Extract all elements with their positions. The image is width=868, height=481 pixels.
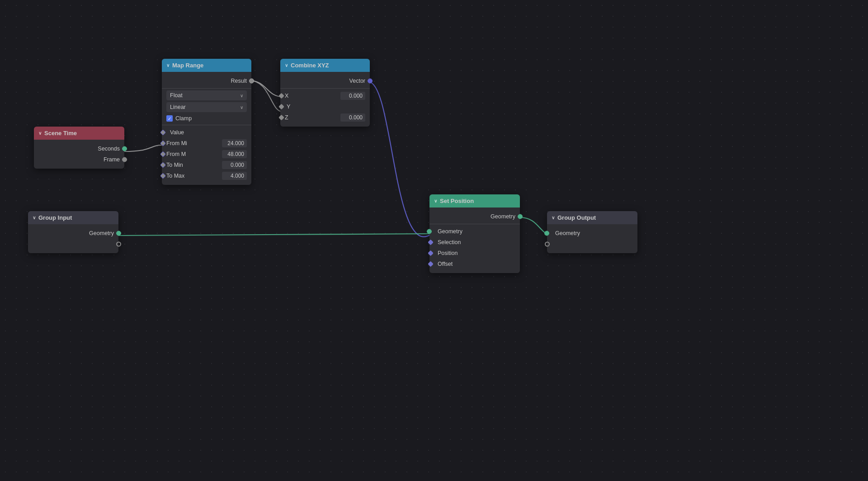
vector-output-row: Vector <box>280 75 370 86</box>
map-range-node: ∨ Map Range Result Float ∨ Linear ∨ ✓ Cl… <box>162 59 251 185</box>
result-socket[interactable] <box>249 79 254 84</box>
collapse-icon-go: ∨ <box>552 215 555 220</box>
geometry-output-row: Geometry <box>28 228 118 239</box>
vector-label: Vector <box>349 78 365 84</box>
geometry-go-row: Geometry <box>547 228 637 239</box>
x-field-row: X 0.000 <box>280 90 370 101</box>
float-label: Float <box>170 92 183 99</box>
geometry-go-label: Geometry <box>555 230 580 236</box>
frame-output-row: Frame <box>34 154 124 165</box>
vector-socket[interactable] <box>368 79 373 84</box>
set-position-title: Set Position <box>440 198 474 204</box>
linear-dropdown[interactable]: Linear ∨ <box>166 102 247 112</box>
result-label: Result <box>231 78 247 84</box>
extra-go-socket[interactable] <box>545 242 550 247</box>
extra-socket-gi[interactable] <box>116 242 121 247</box>
z-label: Z <box>285 114 339 121</box>
y-label: Y <box>287 104 290 110</box>
set-position-node: ∨ Set Position Geometry Geometry Selecti… <box>429 194 520 273</box>
value-socket[interactable] <box>160 130 166 136</box>
to-min-label: To Min <box>166 162 220 168</box>
clamp-checkbox[interactable]: ✓ <box>166 115 173 122</box>
clamp-row: ✓ Clamp <box>162 114 251 123</box>
seconds-output-row: Seconds <box>34 143 124 154</box>
collapse-icon-map: ∨ <box>166 63 170 68</box>
z-value[interactable]: 0.000 <box>340 113 365 122</box>
scene-time-node: ∨ Scene Time Seconds Frame <box>34 127 124 169</box>
group-input-node: ∨ Group Input Geometry <box>28 211 118 253</box>
map-range-header[interactable]: ∨ Map Range <box>162 59 251 72</box>
z-socket[interactable] <box>278 115 284 121</box>
collapse-icon-sp: ∨ <box>434 198 437 203</box>
collapse-icon-xyz: ∨ <box>285 63 288 68</box>
geometry-in-socket[interactable] <box>427 229 432 234</box>
geometry-label-gi: Geometry <box>89 230 114 236</box>
seconds-socket[interactable] <box>122 146 127 151</box>
scene-time-header[interactable]: ∨ Scene Time <box>34 127 124 140</box>
value-label: Value <box>170 129 184 136</box>
offset-socket[interactable] <box>428 261 434 267</box>
to-max-row: To Max 4.000 <box>162 170 251 181</box>
set-position-header[interactable]: ∨ Set Position <box>429 194 520 207</box>
to-max-value[interactable]: 4.000 <box>222 172 247 180</box>
group-input-title: Group Input <box>38 214 72 221</box>
y-socket[interactable] <box>278 104 284 110</box>
group-input-header[interactable]: ∨ Group Input <box>28 211 118 224</box>
geometry-out-socket[interactable] <box>518 214 523 219</box>
float-arrow: ∨ <box>240 93 243 98</box>
to-min-row: To Min 0.000 <box>162 160 251 170</box>
from-max-socket[interactable] <box>160 151 166 157</box>
float-dropdown[interactable]: Float ∨ <box>166 90 247 100</box>
result-output-row: Result <box>162 75 251 86</box>
geometry-in-label: Geometry <box>438 228 462 235</box>
linear-label: Linear <box>170 104 186 110</box>
to-max-socket[interactable] <box>160 173 166 179</box>
from-max-label: From M <box>166 151 220 157</box>
geometry-out-label: Geometry <box>491 213 515 220</box>
selection-label: Selection <box>438 239 461 245</box>
frame-socket[interactable] <box>122 157 127 162</box>
combine-xyz-header[interactable]: ∨ Combine XYZ <box>280 59 370 72</box>
from-max-value[interactable]: 48.000 <box>222 150 247 158</box>
geometry-go-socket[interactable] <box>544 231 549 236</box>
to-min-socket[interactable] <box>160 162 166 168</box>
combine-xyz-node: ∨ Combine XYZ Vector X 0.000 Y Z 0.000 <box>280 59 370 127</box>
to-min-value[interactable]: 0.000 <box>222 161 247 169</box>
check-icon: ✓ <box>168 116 171 121</box>
offset-label: Offset <box>438 261 453 267</box>
from-min-row: From Mi 24.000 <box>162 138 251 149</box>
clamp-label: Clamp <box>175 115 192 122</box>
from-min-label: From Mi <box>166 140 220 146</box>
group-output-node: ∨ Group Output Geometry <box>547 211 637 253</box>
group-output-header[interactable]: ∨ Group Output <box>547 211 637 224</box>
z-field-row: Z 0.000 <box>280 112 370 123</box>
frame-label: Frame <box>104 156 120 163</box>
selection-socket[interactable] <box>428 240 434 245</box>
position-socket[interactable] <box>428 250 434 256</box>
seconds-label: Seconds <box>98 146 120 152</box>
map-range-title: Map Range <box>172 62 203 69</box>
geometry-in-row: Geometry <box>429 226 520 237</box>
y-field-row: Y <box>280 101 370 112</box>
selection-in-row: Selection <box>429 237 520 248</box>
combine-xyz-title: Combine XYZ <box>291 62 329 69</box>
linear-arrow: ∨ <box>240 105 243 110</box>
from-min-value[interactable]: 24.000 <box>222 139 247 147</box>
geometry-out-row: Geometry <box>429 211 520 222</box>
to-max-label: To Max <box>166 173 220 179</box>
geometry-socket-gi[interactable] <box>116 231 121 236</box>
extra-output-row <box>28 239 118 250</box>
x-socket[interactable] <box>278 93 284 99</box>
from-min-socket[interactable] <box>160 141 166 146</box>
extra-go-row <box>547 239 637 250</box>
offset-in-row: Offset <box>429 259 520 269</box>
value-input-row: Value <box>162 127 251 138</box>
position-in-row: Position <box>429 248 520 259</box>
collapse-icon: ∨ <box>38 131 42 136</box>
collapse-icon-gi: ∨ <box>33 215 36 220</box>
x-value[interactable]: 0.000 <box>340 92 365 100</box>
position-label: Position <box>438 250 458 256</box>
scene-time-title: Scene Time <box>44 130 77 137</box>
from-max-row: From M 48.000 <box>162 149 251 160</box>
x-label: X <box>285 93 339 99</box>
